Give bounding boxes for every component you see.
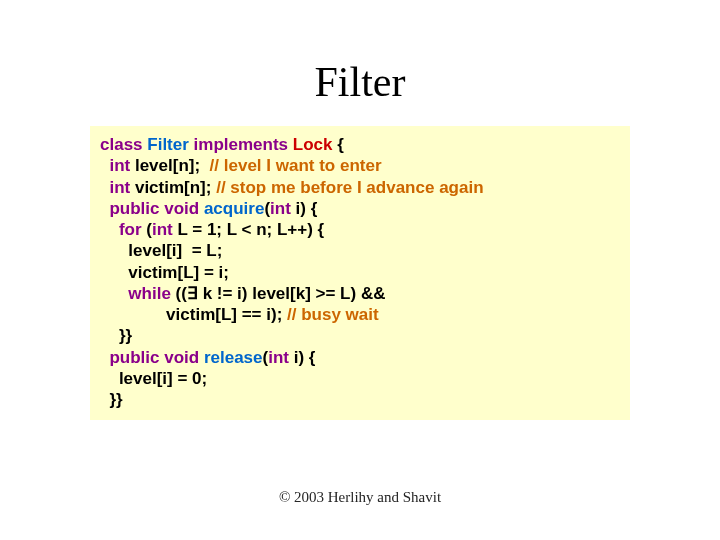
kw-implements: implements	[194, 135, 288, 154]
kw-int: int	[100, 178, 130, 197]
code-text: L = 1; L < n; L++) {	[173, 220, 324, 239]
code-text: level[n];	[130, 156, 209, 175]
code-block: class Filter implements Lock { int level…	[90, 126, 630, 420]
comment-busy-wait: // busy wait	[287, 305, 379, 324]
kw-int: int	[152, 220, 173, 239]
code-text: i) {	[289, 348, 315, 367]
code-text: victim[L] == i);	[100, 305, 287, 324]
brace-close: }}	[100, 326, 132, 345]
kw-while: while	[100, 284, 171, 303]
code-text: victim[L] = i;	[100, 263, 229, 282]
method-acquire: acquire	[199, 199, 264, 218]
code-text: ((∃ k != i) level[k] >= L) &&	[171, 284, 386, 303]
kw-for: for	[100, 220, 142, 239]
code-text: level[i] = L;	[100, 241, 222, 260]
slide-title: Filter	[0, 0, 720, 126]
kw-int: int	[270, 199, 291, 218]
brace-close: }}	[100, 390, 123, 409]
code-text: victim[n];	[130, 178, 216, 197]
type-lock: Lock	[288, 135, 337, 154]
comment: // stop me before I advance again	[216, 178, 483, 197]
code-text: i) {	[291, 199, 317, 218]
paren-open: (	[142, 220, 152, 239]
kw-public-void: public void	[100, 199, 199, 218]
kw-class: class	[100, 135, 143, 154]
kw-public-void: public void	[100, 348, 199, 367]
method-release: release	[199, 348, 262, 367]
class-name: Filter	[143, 135, 194, 154]
kw-int: int	[268, 348, 289, 367]
comment: // level I want to enter	[210, 156, 382, 175]
copyright-footer: © 2003 Herlihy and Shavit	[0, 489, 720, 506]
slide: Filter class Filter implements Lock { in…	[0, 0, 720, 540]
brace-open: {	[337, 135, 344, 154]
code-text: level[i] = 0;	[100, 369, 207, 388]
kw-int: int	[100, 156, 130, 175]
